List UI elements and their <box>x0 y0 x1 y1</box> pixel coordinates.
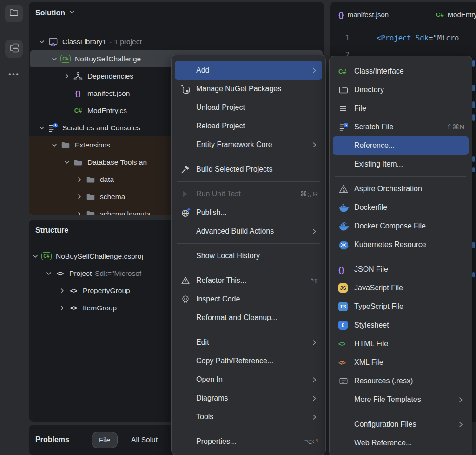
menu-item-stylesheet[interactable]: 3Stylesheet <box>333 316 469 335</box>
chevron-right-icon[interactable] <box>58 286 67 295</box>
menu-item-dockerfile[interactable]: Dockerfile <box>333 198 469 217</box>
menu-item-html-file[interactable]: <>HTML File <box>333 335 469 353</box>
menu-item-resources-resx[interactable]: Resources (.resx) <box>333 372 469 390</box>
folder-icon <box>72 157 85 168</box>
menu-item-entity-framework-core[interactable]: Entity Framework Core <box>175 135 322 154</box>
project-tool-button[interactable] <box>5 5 23 22</box>
tree-item-label: schema.layouts <box>100 210 150 215</box>
menu-item-open-in[interactable]: Open In <box>175 370 322 389</box>
submenu-arrow-icon <box>311 228 318 235</box>
menu-item-diagrams[interactable]: Diagrams <box>175 389 322 408</box>
folder-icon <box>84 174 97 185</box>
menu-separator <box>177 429 320 429</box>
menu-separator <box>335 176 466 177</box>
chevron-down-icon[interactable] <box>62 158 72 167</box>
menu-item-configuration-files[interactable]: Configuration Files <box>333 415 469 434</box>
structure-tool-button[interactable] <box>5 40 23 58</box>
menu-item-label: More File Templates <box>354 395 421 404</box>
menu-item-xml-file[interactable]: </>XML File <box>333 353 469 372</box>
xml-tag-orange-icon: </> <box>338 359 352 366</box>
menu-item-scratch-file[interactable]: Scratch File⇧⌘N <box>333 118 469 136</box>
scope-chip-file[interactable]: File <box>92 432 118 448</box>
tab-manifest-json[interactable]: {} manifest.json <box>338 2 389 27</box>
menu-item-unload-project[interactable]: Unload Project <box>175 98 322 117</box>
tab-label: manifest.json <box>348 11 389 19</box>
menu-item-docker-compose-file[interactable]: Docker Compose File <box>333 217 469 235</box>
chevron-right-icon[interactable] <box>75 175 84 184</box>
file-lines-icon <box>338 103 352 114</box>
menu-item-typescript-file[interactable]: TSTypeScript File <box>333 297 469 316</box>
chevron-down-icon[interactable] <box>44 269 53 278</box>
menu-item-label: File <box>354 104 366 113</box>
menu-item-json-file[interactable]: {}JSON File <box>333 260 469 279</box>
json-braces-icon: {} <box>338 11 344 19</box>
tab-modentry[interactable]: C# ModEntry.cs <box>436 2 476 27</box>
tree-item-label: Scratches and Consoles <box>62 124 140 132</box>
menu-item-class-interface[interactable]: C#Class/Interface <box>333 62 469 80</box>
menu-separator <box>177 181 320 182</box>
chevron-down-icon[interactable] <box>37 123 46 133</box>
menu-item-build-selected-projects[interactable]: Build Selected Projects <box>175 160 322 179</box>
menu-item-label: Inspect Code... <box>196 295 246 303</box>
menu-separator <box>177 157 320 157</box>
menu-item-properties[interactable]: Properties...⌥⏎ <box>175 432 322 451</box>
menu-item-label: Dockerfile <box>354 203 387 212</box>
menu-item-edit[interactable]: Edit <box>175 333 322 352</box>
menu-item-label: Existing Item... <box>354 160 403 168</box>
menu-item-refactor-this[interactable]: Refactor This...^T <box>175 271 322 290</box>
tree-item-classlibrary1[interactable]: ClassLibrary1· 1 project <box>30 33 323 50</box>
folder-icon <box>59 140 72 151</box>
submenu-arrow-icon <box>311 67 318 74</box>
chevron-down-icon[interactable] <box>31 252 40 261</box>
menu-item-label: Show Local History <box>196 252 260 260</box>
menu-item-label: HTML File <box>354 340 388 348</box>
menu-item-reload-project[interactable]: Reload Project <box>175 117 322 135</box>
menu-item-file[interactable]: File <box>333 99 469 118</box>
menu-item-more-file-templates[interactable]: More File Templates <box>333 390 469 409</box>
menu-item-manage-nuget-packages[interactable]: Manage NuGet Packages <box>175 80 322 98</box>
tree-item-suffix: · 1 project <box>110 38 142 46</box>
menu-item-reformat-and-cleanup[interactable]: Reformat and Cleanup... <box>175 308 322 327</box>
kubernetes-icon <box>338 240 352 250</box>
chevron-down-icon[interactable] <box>50 141 59 150</box>
menu-item-copy-path-reference[interactable]: Copy Path/Reference... <box>175 352 322 370</box>
menu-item-directory[interactable]: Directory <box>333 80 469 99</box>
menu-item-add[interactable]: Add <box>175 61 322 80</box>
solution-panel-header[interactable]: Solution <box>35 8 76 18</box>
menu-item-label: Reference... <box>354 141 395 150</box>
menu-item-label: Manage NuGet Packages <box>196 85 281 93</box>
menu-item-show-local-history[interactable]: Show Local History <box>175 247 322 265</box>
code-token: ="Micro <box>429 34 459 42</box>
menu-item-javascript-file[interactable]: JSJavaScript File <box>333 279 469 297</box>
code-token: Sdk <box>416 34 429 42</box>
menu-item-web-reference[interactable]: Web Reference... <box>333 434 469 452</box>
folder-icon <box>84 191 97 202</box>
more-tool-windows-button[interactable]: ••• <box>0 70 28 79</box>
menu-item-advanced-build-actions[interactable]: Advanced Build Actions <box>175 222 322 241</box>
menu-separator <box>177 243 320 244</box>
menu-item-kubernetes-resource[interactable]: Kubernetes Resource <box>333 235 469 254</box>
chevron-right-icon[interactable] <box>62 72 72 81</box>
analysis-mark <box>472 272 475 277</box>
menu-item-label: Refactor This... <box>196 276 246 285</box>
menu-item-reference[interactable]: Reference... <box>333 136 469 155</box>
scope-chip-all-solution[interactable]: All Solut <box>131 435 158 444</box>
menu-item-aspire-orchestration[interactable]: Aspire Orchestration <box>333 180 469 198</box>
chevron-down-icon[interactable] <box>37 37 46 47</box>
context-menu: AddManage NuGet PackagesUnload ProjectRe… <box>171 55 326 455</box>
menu-item-tools[interactable]: Tools <box>175 408 322 426</box>
menu-item-existing-item[interactable]: Existing Item... <box>333 155 469 174</box>
menu-item-inspect-code[interactable]: Inspect Code... <box>175 290 322 308</box>
menu-item-label: JavaScript File <box>354 284 403 292</box>
docker-icon <box>338 202 352 213</box>
menu-item-label: Docker Compose File <box>354 222 426 230</box>
chevron-right-icon[interactable] <box>75 209 84 215</box>
chevron-right-icon[interactable] <box>58 303 67 313</box>
chevron-right-icon[interactable] <box>75 192 84 201</box>
menu-item-publish[interactable]: Publish... <box>175 203 322 222</box>
chevron-down-icon[interactable] <box>50 54 59 64</box>
html-tag-icon: <> <box>338 340 352 348</box>
editor-tab-bar: {} manifest.json C# ModEntry.cs <box>330 2 476 27</box>
menu-item-run-unit-test[interactable]: Run Unit Test⌘;, R <box>175 185 322 203</box>
structure-panel-header: Structure <box>35 226 68 234</box>
